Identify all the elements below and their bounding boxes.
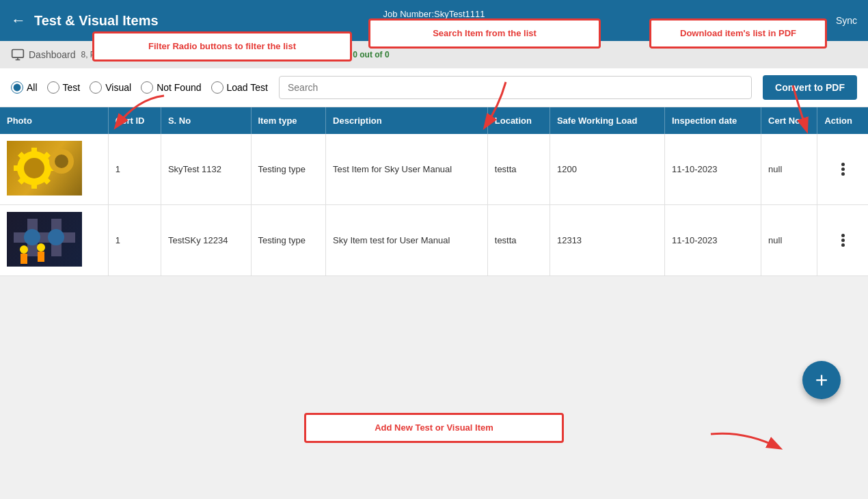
dashboard-label: Dashboard (29, 49, 76, 60)
cell-s-no: SkyTest 1132 (161, 134, 251, 205)
cell-s-no: TestSKy 12234 (161, 205, 251, 276)
cell-swl: 12313 (550, 205, 664, 276)
radio-not-found-input[interactable] (141, 81, 153, 94)
items-table: Photo Cert ID S. No Item type Descriptio… (0, 107, 868, 276)
table-row: 1TestSKy 12234Testing typeSky Item test … (0, 205, 868, 276)
cell-location: testta (487, 134, 550, 205)
radio-not-found-label: Not Found (157, 82, 201, 93)
cell-cert-id: 1 (108, 134, 161, 205)
add-arrow (704, 420, 786, 461)
header: ← Test & Visual Items Job Number:SkyTest… (0, 0, 868, 41)
cell-item-type: Testing type (251, 134, 326, 205)
col-cert-id: Cert ID (108, 107, 161, 134)
svg-rect-0 (12, 50, 24, 58)
plus-icon: + (815, 368, 828, 393)
radio-all[interactable]: All (11, 81, 38, 94)
photo-canvas (7, 141, 82, 195)
radio-all-input[interactable] (11, 81, 23, 94)
radio-load-test-label: Load Test (227, 82, 268, 93)
action-menu-dots[interactable] (824, 231, 861, 250)
action-menu-dots[interactable] (824, 160, 861, 178)
cell-inspection-date: 11-10-2023 (664, 205, 761, 276)
page-title: Test & Visual Items (34, 13, 159, 29)
col-action: Action (817, 107, 868, 134)
col-cert-no: Cert No (761, 107, 817, 134)
radio-visual[interactable]: Visual (90, 81, 131, 94)
radio-load-test-input[interactable] (211, 81, 223, 94)
info-bar: Dashboard 8, Pictures 18 out of 18 Synce… (0, 41, 868, 68)
radio-load-test[interactable]: Load Test (211, 81, 268, 94)
job-info: Job Number:SkyTest1111 Client:Sky Test U… (383, 8, 485, 33)
add-item-fab[interactable]: + (802, 361, 841, 399)
col-inspection-date: Inspection date (664, 107, 761, 134)
cell-action[interactable] (817, 205, 868, 276)
cell-description: Test Item for Sky User Manual (326, 134, 488, 205)
radio-visual-label: Visual (105, 82, 131, 93)
dashboard-area: Dashboard (11, 48, 76, 62)
cell-photo (0, 134, 108, 205)
cell-location: testta (487, 205, 550, 276)
cell-item-type: Testing type (251, 205, 326, 276)
col-photo: Photo (0, 107, 108, 134)
radio-all-label: All (27, 82, 38, 93)
job-number: Job Number:SkyTest1111 (383, 8, 485, 21)
cell-photo (0, 205, 108, 276)
cell-inspection-date: 11-10-2023 (664, 134, 761, 205)
filter-bar: All Test Visual Not Found Load Test Conv… (0, 68, 868, 107)
col-s-no: S. No (161, 107, 251, 134)
col-location: Location (487, 107, 550, 134)
sync-button[interactable]: Sync (836, 15, 857, 26)
radio-not-found[interactable]: Not Found (141, 81, 201, 94)
synced-info: Synced Corrective Actions 0 out of 0, Pi… (171, 50, 390, 59)
convert-to-pdf-button[interactable]: Convert to PDF (763, 75, 857, 100)
back-button[interactable]: ← (11, 12, 26, 29)
cell-description: Sky Item test for User Manual (326, 205, 488, 276)
monitor-icon (11, 48, 25, 62)
radio-group: All Test Visual Not Found Load Test (11, 81, 268, 94)
col-swl: Safe Working Load (550, 107, 664, 134)
search-input[interactable] (279, 76, 752, 99)
items-info: 8, Pictures 18 out of 18 (81, 50, 165, 59)
photo-canvas (7, 212, 82, 267)
cell-cert-no: null (761, 134, 817, 205)
bottom-area: + (0, 276, 868, 420)
col-item-type: Item type (251, 107, 326, 134)
cell-cert-id: 1 (108, 205, 161, 276)
cell-action[interactable] (817, 134, 868, 205)
radio-visual-input[interactable] (90, 81, 102, 94)
col-description: Description (326, 107, 488, 134)
cell-cert-no: null (761, 205, 817, 276)
radio-test[interactable]: Test (47, 81, 81, 94)
radio-test-input[interactable] (47, 81, 59, 94)
client-name: Client:Sky Test User (383, 21, 485, 33)
table-header-row: Photo Cert ID S. No Item type Descriptio… (0, 107, 868, 134)
radio-test-label: Test (63, 82, 81, 93)
table-row: 1SkyTest 1132Testing typeTest Item for S… (0, 134, 868, 205)
cell-swl: 1200 (550, 134, 664, 205)
